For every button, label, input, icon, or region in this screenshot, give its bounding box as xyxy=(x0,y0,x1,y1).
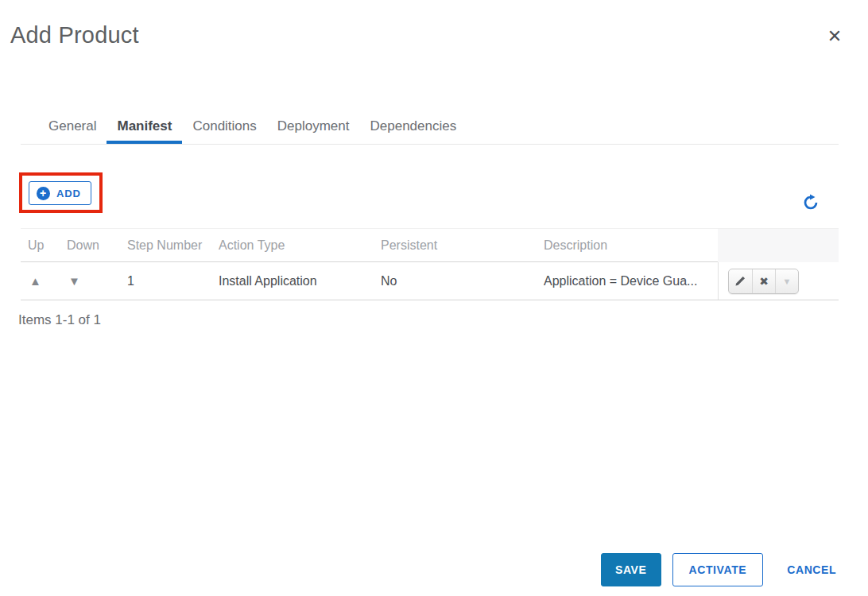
plus-circle-icon: + xyxy=(37,187,50,200)
cancel-button[interactable]: CANCEL xyxy=(787,553,836,586)
pagination-status: Items 1-1 of 1 xyxy=(18,312,101,328)
table-header-row: Up Down Step Number Action Type Persiste… xyxy=(21,228,839,262)
add-button[interactable]: + ADD xyxy=(29,181,91,205)
tab-general[interactable]: General xyxy=(38,111,107,144)
manifest-table: Up Down Step Number Action Type Persiste… xyxy=(21,228,839,300)
table-row: ▲ ▼ 1 Install Application No Application… xyxy=(21,262,839,300)
move-down-icon[interactable]: ▼ xyxy=(67,274,80,288)
cell-step-number: 1 xyxy=(120,262,211,300)
cell-action-type: Install Application xyxy=(211,262,374,300)
activate-button[interactable]: ACTIVATE xyxy=(672,553,764,586)
add-button-label: ADD xyxy=(56,188,81,199)
delete-x-icon[interactable]: ✖ xyxy=(752,269,775,293)
tab-deployment[interactable]: Deployment xyxy=(267,111,360,144)
cell-description: Application = Device Gua... xyxy=(537,262,718,300)
footer-actions: SAVE ACTIVATE CANCEL xyxy=(601,553,836,586)
tab-conditions[interactable]: Conditions xyxy=(182,111,266,144)
tab-bar: General Manifest Conditions Deployment D… xyxy=(21,111,839,145)
close-icon[interactable]: ✕ xyxy=(823,25,846,48)
page-title: Add Product xyxy=(10,22,139,48)
col-header-persistent: Persistent xyxy=(374,229,537,262)
tab-manifest[interactable]: Manifest xyxy=(107,111,182,144)
col-header-step-number: Step Number xyxy=(120,229,211,262)
cell-row-actions: ✖ ▼ xyxy=(718,262,839,300)
save-button[interactable]: SAVE xyxy=(601,553,661,586)
col-header-down: Down xyxy=(60,229,120,262)
cell-persistent: No xyxy=(374,262,537,300)
expand-caret-icon[interactable]: ▼ xyxy=(775,269,798,293)
refresh-icon[interactable] xyxy=(801,194,820,213)
row-action-group: ✖ ▼ xyxy=(728,269,799,294)
tab-dependencies[interactable]: Dependencies xyxy=(360,111,467,144)
col-header-up: Up xyxy=(21,229,60,262)
add-product-dialog: Add Product ✕ General Manifest Condition… xyxy=(0,0,868,596)
edit-pencil-icon[interactable] xyxy=(729,269,752,293)
col-header-actions xyxy=(718,229,839,262)
col-header-action-type: Action Type xyxy=(211,229,374,262)
col-header-description: Description xyxy=(537,229,718,262)
move-up-icon[interactable]: ▲ xyxy=(28,274,41,288)
